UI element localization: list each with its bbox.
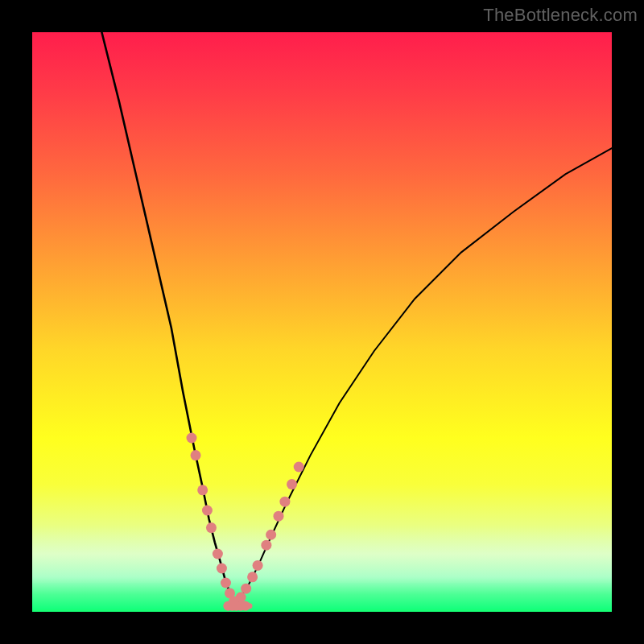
marker-dot [261, 540, 271, 551]
marker-dot [217, 564, 227, 574]
marker-dot [202, 506, 213, 516]
marker-dot [187, 433, 197, 444]
marker-dot [191, 450, 201, 460]
marker-dot [287, 479, 297, 489]
marker-dot [253, 560, 263, 571]
curve-overlay [32, 32, 612, 612]
marker-dot [213, 549, 223, 559]
marker-dot [241, 584, 251, 594]
plot-area [32, 32, 612, 612]
marker-dot [236, 592, 246, 603]
chart-frame: TheBottleneck.com [0, 0, 644, 644]
marker-dots [187, 433, 304, 611]
site-watermark: TheBottleneck.com [483, 5, 638, 26]
marker-dot [206, 522, 217, 533]
marker-dot [279, 497, 290, 507]
curve-left-branch [101, 32, 235, 606]
marker-dot [266, 530, 276, 540]
marker-dot [221, 578, 231, 588]
curve-right-branch [235, 148, 612, 606]
marker-dot [197, 485, 208, 495]
marker-dot [241, 601, 250, 611]
marker-dot [274, 511, 284, 522]
marker-dot [247, 572, 258, 582]
marker-dot [294, 462, 304, 473]
